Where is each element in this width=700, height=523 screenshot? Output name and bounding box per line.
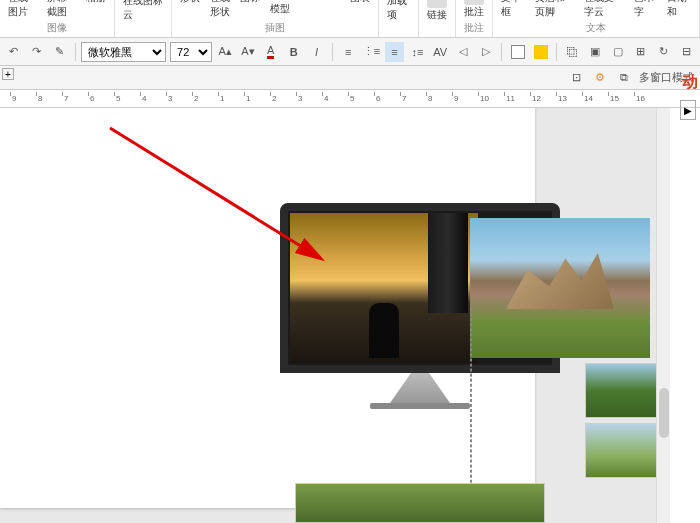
undo-button[interactable]: ↶ <box>4 42 23 62</box>
group-button[interactable]: ⊞ <box>631 42 650 62</box>
screenshot-button[interactable]: 屏幕截图 <box>43 0 80 19</box>
vertical-scrollbar[interactable] <box>656 108 670 523</box>
zoom-fit-button[interactable]: ⊡ <box>567 69 585 87</box>
bold-button[interactable]: B <box>284 42 303 62</box>
text-direction-button[interactable]: AV <box>431 42 450 62</box>
font-family-select[interactable]: 微软雅黑 <box>81 42 166 62</box>
align-button[interactable]: ≡ <box>339 42 358 62</box>
indent-decrease-button[interactable]: ◁ <box>454 42 473 62</box>
font-color-button[interactable]: A <box>261 42 280 62</box>
horizontal-ruler: 98765432112345678910111213141516 <box>0 90 700 108</box>
link-button[interactable]: 链接 <box>423 0 451 22</box>
ribbon: 在线图片 屏幕截图 相册 图像 在线图标云 形状 在线形状 图标 3D 模型 S… <box>0 0 700 38</box>
chart-button[interactable]: 图表 <box>346 0 374 19</box>
group-label-text: 文本 <box>586 21 606 35</box>
header-footer-button[interactable]: 页眉和页脚 <box>531 0 578 19</box>
date-button[interactable]: 日期和 <box>663 0 695 19</box>
mountain-image[interactable] <box>470 218 650 358</box>
album-button[interactable]: 相册 <box>82 0 110 19</box>
italic-button[interactable]: I <box>307 42 326 62</box>
slide[interactable] <box>0 108 535 508</box>
side-panel-toggle[interactable]: ▶ <box>680 100 696 120</box>
ribbon-group-addins: 加载项 <box>379 0 420 37</box>
send-back-button[interactable]: ▢ <box>609 42 628 62</box>
bullets-button[interactable]: ⋮≡ <box>362 42 381 62</box>
group-label-comment: 批注 <box>464 21 484 35</box>
indent-increase-button[interactable]: ▷ <box>476 42 495 62</box>
bring-front-button[interactable]: ▣ <box>586 42 605 62</box>
shape-fill-button[interactable] <box>508 42 527 62</box>
increase-font-button[interactable]: A▴ <box>216 42 235 62</box>
group-label-image: 图像 <box>47 21 67 35</box>
city-street-image[interactable] <box>290 213 478 363</box>
ribbon-group-link: 链接 <box>419 0 456 37</box>
wordart-button[interactable]: 艺术字 <box>630 0 662 19</box>
smartart-button[interactable]: SmartArt <box>296 0 343 19</box>
align-objects-button[interactable]: ⊟ <box>677 42 696 62</box>
ribbon-group-text: 文本框 页眉和页脚 在线文字云 艺术字 日期和 文本 <box>493 0 700 37</box>
redo-button[interactable]: ↷ <box>27 42 46 62</box>
formatting-toolbar: ↶ ↷ ✎ 微软雅黑 72 A▴ A▾ A B I ≡ ⋮≡ ≡ ↕≡ AV ◁… <box>0 38 700 66</box>
group-label-illustration: 插图 <box>265 21 285 35</box>
3d-model-button[interactable]: 3D 模型 <box>266 0 294 19</box>
side-panel-title: 动 <box>682 72 698 93</box>
icons-button[interactable]: 图标 <box>236 0 264 19</box>
format-painter-button[interactable]: ✎ <box>50 42 69 62</box>
scrollbar-thumb[interactable] <box>659 388 669 438</box>
online-shapes-button[interactable]: 在线形状 <box>206 0 234 19</box>
online-wordcloud-button[interactable]: 在线文字云 <box>580 0 627 19</box>
online-pictures-button[interactable]: 在线图片 <box>4 0 41 19</box>
textbox-button[interactable]: 文本框 <box>497 0 529 19</box>
crop-guide-vertical <box>470 308 472 508</box>
shape-outline-button[interactable] <box>531 42 550 62</box>
addins-button[interactable]: 加载项 <box>383 0 415 22</box>
settings-icon[interactable]: ⚙ <box>591 69 609 87</box>
font-size-select[interactable]: 72 <box>170 42 212 62</box>
ribbon-group-iconcloud: 在线图标云 <box>115 0 172 37</box>
ribbon-group-illustration: 形状 在线形状 图标 3D 模型 SmartArt 图表 插图 <box>172 0 378 37</box>
ribbon-group-comment: 批注 批注 <box>456 0 493 37</box>
arrange-button[interactable]: ⿻ <box>563 42 582 62</box>
line-spacing-button[interactable]: ↕≡ <box>408 42 427 62</box>
add-slide-button[interactable]: + <box>2 68 14 80</box>
align-center-button[interactable]: ≡ <box>385 42 404 62</box>
thumbnail-image-3[interactable] <box>295 483 545 523</box>
online-icon-cloud-button[interactable]: 在线图标云 <box>119 0 167 22</box>
ribbon-group-image: 在线图片 屏幕截图 相册 图像 <box>0 0 115 37</box>
decrease-font-button[interactable]: A▾ <box>239 42 258 62</box>
slide-canvas[interactable]: ︽ ▲ T ▭ <box>0 108 670 523</box>
window-icon[interactable]: ⧉ <box>615 69 633 87</box>
comment-button[interactable]: 批注 <box>460 0 488 19</box>
shapes-button[interactable]: 形状 <box>176 0 204 19</box>
rotate-button[interactable]: ↻ <box>654 42 673 62</box>
view-options-bar: ⊡ ⚙ ⧉ 多窗口模式 <box>0 66 700 90</box>
